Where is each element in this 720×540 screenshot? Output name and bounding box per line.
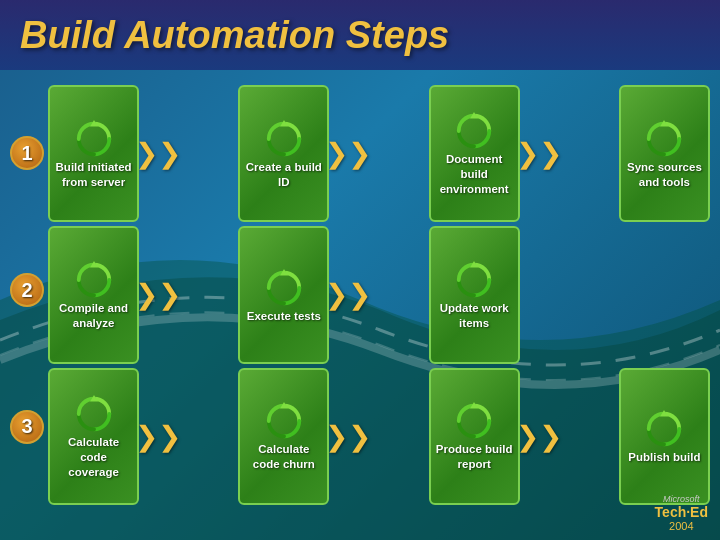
cycle-icon-4: [643, 118, 685, 160]
cycle-icon-6: [263, 267, 305, 309]
chevron-icon-r2-2: ❯❯: [325, 278, 371, 311]
page-title: Build Automation Steps: [20, 14, 449, 57]
arrow-3-4: ❯❯: [524, 85, 554, 222]
empty-step-r2: [619, 226, 710, 363]
cycle-icon-1: [73, 118, 115, 160]
row-label-2: 2: [10, 222, 44, 359]
steps-grid: Build initiated from server ❯❯ Create a …: [48, 85, 710, 505]
step-build-initiated: Build initiated from server: [48, 85, 139, 222]
row-labels: 1 2 3: [10, 85, 44, 495]
arrow-2-3: ❯❯: [333, 85, 363, 222]
arrow-r2-1-2: ❯❯: [143, 226, 173, 363]
step-calculate-coverage: Calculate code coverage: [48, 368, 139, 505]
step-label-churn: Calculate code churn: [245, 442, 322, 472]
row-number-3: 3: [10, 410, 44, 444]
microsoft-label: Microsoft: [663, 494, 700, 504]
row-number-1: 1: [10, 136, 44, 170]
step-create-build-id: Create a build ID: [238, 85, 329, 222]
arrow-r3-3-4: ❯❯: [524, 368, 554, 505]
row-number-2: 2: [10, 273, 44, 307]
cycle-icon-8: [73, 393, 115, 435]
step-label-publish: Publish build: [628, 450, 700, 465]
chevron-icon-2: ❯❯: [325, 137, 371, 170]
step-label-produce-report: Produce build report: [436, 442, 513, 472]
step-publish-build: Publish build: [619, 368, 710, 505]
empty-arrow-r2: [524, 226, 615, 363]
chevron-icon-r3-1: ❯❯: [135, 420, 181, 453]
chevron-icon-r3-2: ❯❯: [325, 420, 371, 453]
step-label-build-initiated: Build initiated from server: [55, 160, 132, 190]
arrow-1-2: ❯❯: [143, 85, 173, 222]
row-label-3: 3: [10, 358, 44, 495]
teched-label: Tech·Ed: [655, 504, 708, 520]
cycle-icon-2: [263, 118, 305, 160]
step-sync-sources: Sync sources and tools: [619, 85, 710, 222]
cycle-icon-10: [453, 400, 495, 442]
step-document-build: Document build environment: [429, 85, 520, 222]
step-label-execute-tests: Execute tests: [247, 309, 321, 324]
chevron-icon-r3-3: ❯❯: [516, 420, 562, 453]
step-execute-tests: Execute tests: [238, 226, 329, 363]
step-label-update-work: Update work items: [436, 301, 513, 331]
chevron-icon-r2-1: ❯❯: [135, 278, 181, 311]
chevron-icon-3: ❯❯: [516, 137, 562, 170]
brand-badge: Microsoft Tech·Ed 2004: [655, 494, 708, 532]
arrow-r2-2-3: ❯❯: [333, 226, 363, 363]
cycle-icon-11: [643, 408, 685, 450]
step-label-sync-sources: Sync sources and tools: [626, 160, 703, 190]
cycle-icon-3: [453, 110, 495, 152]
step-label-compile: Compile and analyze: [55, 301, 132, 331]
step-produce-report: Produce build report: [429, 368, 520, 505]
step-label-coverage: Calculate code coverage: [55, 435, 132, 480]
chevron-icon-1: ❯❯: [135, 137, 181, 170]
cycle-icon-9: [263, 400, 305, 442]
cycle-icon-5: [73, 259, 115, 301]
step-label-create-build-id: Create a build ID: [245, 160, 322, 190]
step-compile-analyze: Compile and analyze: [48, 226, 139, 363]
arrow-r3-2-3: ❯❯: [333, 368, 363, 505]
arrow-r3-1-2: ❯❯: [143, 368, 173, 505]
step-calculate-churn: Calculate code churn: [238, 368, 329, 505]
row-label-1: 1: [10, 85, 44, 222]
cycle-icon-7: [453, 259, 495, 301]
year-label: 2004: [669, 520, 693, 532]
step-update-work: Update work items: [429, 226, 520, 363]
title-bar: Build Automation Steps: [0, 0, 720, 70]
step-label-document-build: Document build environment: [436, 152, 513, 197]
